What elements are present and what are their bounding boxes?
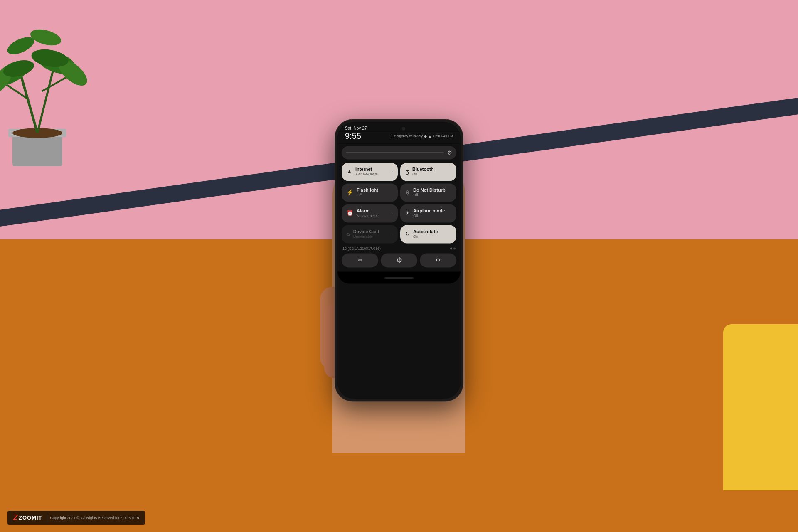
bluetooth-tile-subtitle: On (412, 172, 451, 177)
flashlight-tile-title: Flashlight (357, 187, 393, 193)
airplane-tile-subtitle: Off (413, 214, 451, 219)
svg-point-14 (29, 27, 63, 49)
airplane-tile[interactable]: ✈ Airplane mode Off (400, 204, 456, 222)
flashlight-tile-text: Flashlight Off (357, 187, 393, 197)
airplane-tile-text: Airplane mode Off (413, 208, 451, 218)
wifi-icon: ▲ (347, 169, 352, 175)
edit-button[interactable]: ✏ (342, 253, 378, 267)
home-area (337, 271, 461, 283)
alarm-icon: ⏰ (347, 210, 353, 217)
internet-chevron-icon: › (392, 170, 393, 174)
phone-device: Sat, Nov 27 9:55 Emergency calls only ◆ … (335, 119, 463, 401)
internet-tile[interactable]: ▲ Internet Avina-Guests › (342, 163, 398, 181)
power-button[interactable]: ⏻ (381, 253, 417, 267)
alarm-tile-subtitle: No alarm set (357, 214, 388, 219)
zoomit-z-icon: Z (13, 513, 18, 522)
internet-tile-text: Internet Avina-Guests (355, 167, 388, 177)
alarm-tile[interactable]: ⏰ Alarm No alarm set › (342, 204, 398, 222)
bluetooth-tile-title: Bluetooth (412, 167, 451, 172)
rotate-icon: ↻ (405, 231, 410, 237)
dot-1 (450, 248, 452, 250)
cast-tile-title: Device Cast (353, 229, 388, 234)
internet-tile-subtitle: Avina-Guests (355, 172, 388, 177)
dnd-tile[interactable]: ⊖ Do Not Disturb Off (400, 183, 456, 202)
bottom-actions: ✏ ⏻ ⚙ (342, 252, 456, 268)
dnd-icon: ⊖ (405, 190, 410, 196)
version-bar: 12 (SD1A.210817.036) (342, 246, 456, 252)
quick-tiles-grid: ▲ Internet Avina-Guests › ɮ Bluetooth On (342, 163, 456, 243)
time-display: 9:55 (345, 131, 361, 141)
bluetooth-icon: ɮ (405, 169, 409, 175)
alarm-chevron-icon: › (392, 211, 393, 215)
flashlight-icon: ⚡ (347, 190, 353, 196)
dnd-tile-title: Do Not Disturb (413, 187, 451, 193)
copyright-text: Copyright 2021 ©, All Rights Reserved fo… (50, 516, 140, 520)
cast-tile[interactable]: ⌂ Device Cast Unavailable › (342, 225, 398, 243)
cast-tile-subtitle: Unavailable (353, 235, 388, 239)
dnd-tile-subtitle: Off (413, 193, 451, 198)
watermark: Z ZOOMIT Copyright 2021 ©, All Rights Re… (7, 511, 145, 525)
flashlight-tile-subtitle: Off (357, 193, 393, 198)
bluetooth-tile-text: Bluetooth On (412, 167, 451, 177)
brightness-slider[interactable] (346, 152, 444, 153)
alarm-tile-text: Alarm No alarm set (357, 208, 388, 218)
zoomit-brand-text: ZOOMIT (19, 515, 42, 521)
svg-line-4 (37, 66, 54, 133)
airplane-tile-title: Airplane mode (413, 208, 451, 214)
autorotate-tile[interactable]: ↻ Auto-rotate On (400, 225, 456, 243)
plant-decoration (0, 0, 104, 166)
version-text: 12 (SD1A.210817.036) (342, 246, 381, 251)
settings-button[interactable]: ⚙ (420, 253, 456, 267)
autorotate-tile-subtitle: On (413, 235, 451, 239)
svg-line-3 (21, 75, 37, 133)
cast-chevron-icon: › (392, 232, 393, 236)
flashlight-tile[interactable]: ⚡ Flashlight Off (342, 183, 398, 202)
status-date: Sat, Nov 27 (345, 126, 367, 131)
airplane-icon: ✈ (405, 210, 410, 217)
yellow-sleeve (723, 324, 798, 490)
emergency-text: Emergency calls only (391, 134, 423, 138)
autorotate-tile-text: Auto-rotate On (413, 229, 451, 239)
until-text: Until 4:45 PM (433, 134, 453, 138)
bluetooth-tile[interactable]: ɮ Bluetooth On (400, 163, 456, 181)
autorotate-tile-title: Auto-rotate (413, 229, 451, 234)
alarm-tile-title: Alarm (357, 208, 388, 214)
zoomit-logo: Z ZOOMIT (13, 513, 47, 522)
dot-2 (453, 248, 456, 250)
cast-tile-text: Device Cast Unavailable (353, 229, 388, 239)
home-bar (384, 277, 414, 278)
camera-dot (402, 127, 405, 130)
gear-icon[interactable]: ⚙ (447, 150, 452, 156)
cast-icon: ⌂ (347, 231, 350, 237)
brightness-bar[interactable]: ⚙ (342, 146, 456, 159)
internet-tile-title: Internet (355, 167, 388, 172)
page-dots (450, 248, 456, 250)
dnd-tile-text: Do Not Disturb Off (413, 187, 451, 197)
